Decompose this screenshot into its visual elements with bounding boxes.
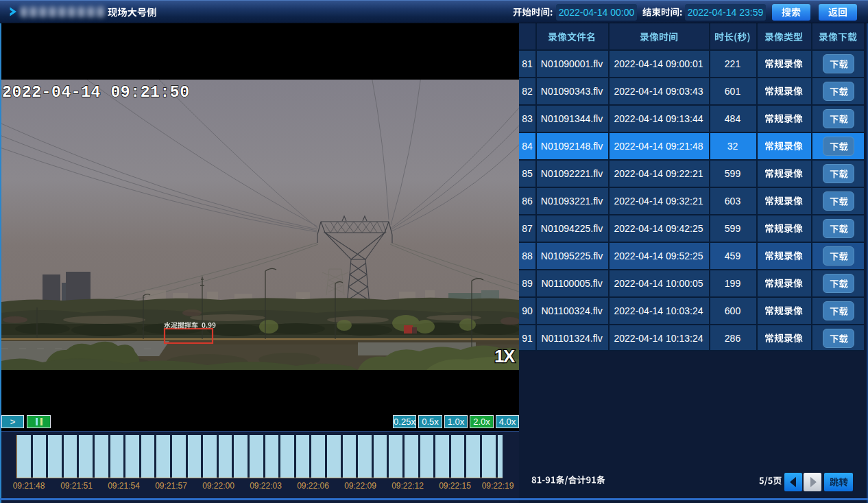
svg-text:2022-04-14 09:21:50: 2022-04-14 09:21:50 — [2, 84, 190, 102]
svg-text:1X: 1X — [494, 346, 516, 366]
